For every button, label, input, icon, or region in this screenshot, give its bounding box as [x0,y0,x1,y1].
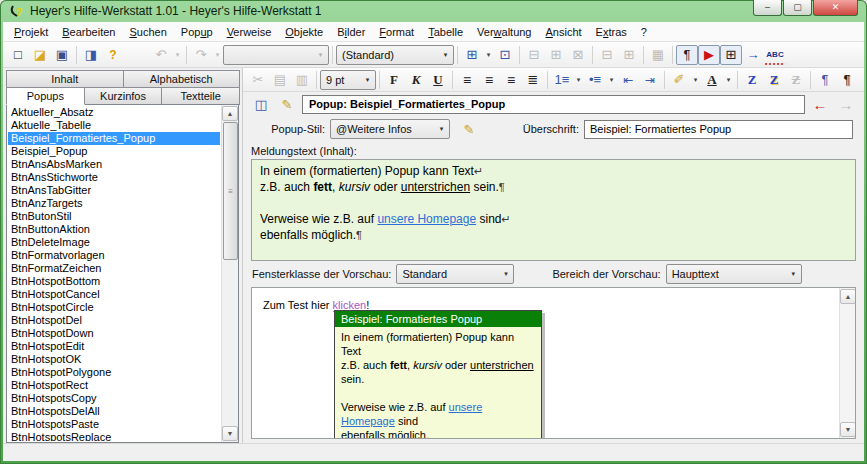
message-editor[interactable]: In einem (formatierten) Popup kann Text↵… [251,159,856,261]
redo-dropdown[interactable]: ▾ [212,45,223,65]
minimize-button[interactable]: – [753,0,782,16]
redo-button[interactable]: ↷ [190,45,212,65]
menu-extras[interactable]: Extras [589,24,634,40]
scroll-down-icon[interactable]: ▼ [840,422,856,437]
list-item[interactable]: BtnButtonAktion [8,223,220,236]
scroll-up-icon[interactable]: ▲ [222,106,238,121]
list-item[interactable]: BtnHotspotsDelAll [8,405,220,418]
window-class-combo[interactable]: Standard ▾ [396,264,514,284]
menu-bilder[interactable]: Bilder [330,24,372,40]
tab-alphabetisch[interactable]: Alphabetisch [123,70,241,88]
para-style-apply-button[interactable]: ¶ [836,70,858,90]
bold-button[interactable]: F [383,70,405,90]
insert-table-button[interactable]: ⊞ [461,45,483,65]
list-item[interactable]: BtnHotspotDel [8,314,220,327]
char-style-button[interactable]: Z [741,70,763,90]
menu-objekte[interactable]: Objekte [278,24,330,40]
tab-textteile[interactable]: Textteile [161,87,240,105]
edit-style-pencil-icon[interactable]: ✎ [458,119,480,139]
tab-kurzinfos[interactable]: Kurzinfos [84,87,163,105]
list-item[interactable]: BtnHotspotCircle [8,301,220,314]
menu-ansicht[interactable]: Ansicht [539,24,589,40]
menu-suchen[interactable]: Suchen [122,24,173,40]
list-scrollbar[interactable]: ▲ ≡ ▼ [221,105,238,442]
scroll-thumb[interactable]: ≡ [223,122,238,260]
bullet-list-button[interactable]: •≡ [584,70,606,90]
scroll-down-icon[interactable]: ▼ [222,426,238,441]
table-properties-button[interactable]: ⊡ [494,45,516,65]
undo-button[interactable]: ↶ [150,45,172,65]
font-color-dropdown[interactable]: ▾ [723,70,734,90]
list-item[interactable]: BtnAnzTargets [8,197,220,210]
bullet-list-dropdown[interactable]: ▾ [606,70,617,90]
paragraph-style-combo[interactable]: (Standard) ▾ [336,45,454,65]
list-item[interactable]: BtnHotspotRect [8,379,220,392]
italic-button[interactable]: K [405,70,427,90]
show-paragraph-marks-toggle[interactable]: ¶ [676,45,698,65]
topic-window-icon[interactable]: ◫ [250,94,272,114]
highlight-dropdown[interactable]: ▾ [690,70,701,90]
list-item[interactable]: Beispiel_Popup [8,145,220,158]
column-delete-button[interactable]: ⊞ [618,45,640,65]
list-item[interactable]: BtnAnsTabGitter [8,184,220,197]
list-item[interactable]: BtnHotspotCancel [8,288,220,301]
cut-button[interactable]: ✂ [247,70,269,90]
list-item[interactable]: Aktueller_Absatz [8,106,220,119]
para-style-button[interactable]: ¶ [814,70,836,90]
cell-split-button[interactable]: ⊠ [567,45,589,65]
row-insert-button[interactable]: ⊟ [523,45,545,65]
undo-dropdown[interactable]: ▾ [172,45,183,65]
list-item[interactable]: BtnAnsStichworte [8,171,220,184]
align-left-button[interactable]: ≡ [456,70,478,90]
underline-button[interactable]: U [427,70,449,90]
char-style-clear-button[interactable]: Z [785,70,807,90]
open-project-button[interactable]: ◪ [29,45,51,65]
para-style-clear-button[interactable]: ¶ [858,70,864,90]
menu-popup[interactable]: Popup [174,24,220,40]
list-item[interactable]: BtnFormatvorlagen [8,249,220,262]
list-item[interactable]: BtnHotspotPolygone [8,366,220,379]
column-insert-button[interactable]: ⊟ [596,45,618,65]
edit-pencil-icon[interactable]: ✎ [276,94,298,114]
highlight-button[interactable]: ✐ [668,70,690,90]
list-item[interactable]: Aktuelle_Tabelle [8,119,220,132]
numbered-list-button[interactable]: 1≡ [551,70,573,90]
align-right-button[interactable]: ≡ [500,70,522,90]
project-properties-button[interactable]: ◨ [80,45,102,65]
style-combo[interactable]: ▾ [223,45,329,65]
font-color-button[interactable]: A [701,70,723,90]
close-button[interactable]: ✕ [813,0,858,16]
popup-style-combo[interactable]: @Weitere Infos ▾ [330,119,450,139]
list-item[interactable]: BtnDeleteImage [8,236,220,249]
spellcheck-button[interactable]: ABC [764,45,786,65]
menu-tabelle[interactable]: Tabelle [421,24,470,40]
menu-verwaltung[interactable]: Verwaltung [470,24,538,40]
menu-format[interactable]: Format [372,24,421,40]
back-arrow-icon[interactable]: ← [809,96,831,113]
row-delete-button[interactable]: ⊞ [545,45,567,65]
menu-bearbeiten[interactable]: Bearbeiten [55,24,122,40]
paste-button[interactable]: ▥ [291,70,313,90]
list-item[interactable]: BtnAnsAbsMarken [8,158,220,171]
font-size-combo[interactable]: 9 pt ▾ [320,70,376,90]
menu-hilfe[interactable]: ? [634,24,654,40]
preview-play-toggle[interactable]: ▶ [698,45,720,65]
list-item[interactable]: BtnHotspotOK [8,353,220,366]
insert-table-dropdown[interactable]: ▾ [483,45,494,65]
align-justify-button[interactable]: ≣ [522,70,544,90]
list-item[interactable]: BtnHotspotDown [8,327,220,340]
save-button[interactable]: ▣ [51,45,73,65]
numbered-list-dropdown[interactable]: ▾ [573,70,584,90]
list-item[interactable]: BtnHotspotsPaste [8,418,220,431]
list-item[interactable]: BtnButonStil [8,210,220,223]
preview-area-combo[interactable]: Haupttext ▾ [666,264,802,284]
new-project-button[interactable]: □ [7,45,29,65]
list-item[interactable]: BtnHotspotsCopy [8,392,220,405]
preview-scrollbar[interactable]: ▲ ▼ [839,288,855,438]
tab-inhalt[interactable]: Inhalt [6,70,124,88]
goto-target-button[interactable]: → [742,45,764,65]
list-item[interactable]: BtnHotspotEdit [8,340,220,353]
list-item[interactable]: BtnHotspotsReplace [8,431,220,441]
increase-indent-button[interactable]: ⇥ [639,70,661,90]
decrease-indent-button[interactable]: ⇤ [617,70,639,90]
